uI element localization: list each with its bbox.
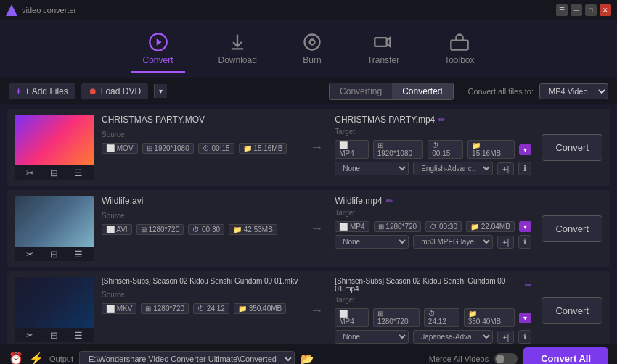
audio-select-1[interactable]: None: [335, 162, 409, 175]
convert-btn-col-3: Convert: [539, 277, 602, 344]
settings-icon-3[interactable]: ☰: [74, 330, 83, 341]
merge-icon[interactable]: ⊞: [50, 167, 58, 178]
audio-select-3[interactable]: None: [335, 330, 409, 344]
arrow-1: →: [306, 115, 327, 180]
format-badge-3: ⬜ MKV: [102, 303, 136, 314]
convert-button-3[interactable]: Convert: [542, 297, 602, 324]
settings-icon-2[interactable]: ☰: [74, 249, 83, 260]
info-btn-1[interactable]: ℹ: [518, 162, 531, 175]
source-label-2: Source: [102, 212, 298, 220]
trim-icon-2[interactable]: ✂: [26, 249, 34, 260]
convert-btn-col-1: Convert: [539, 115, 602, 180]
add-subtitle-2[interactable]: +|: [497, 236, 514, 249]
nav-item-transfer[interactable]: Transfer: [356, 26, 411, 73]
add-files-label: + Add Files: [25, 86, 68, 96]
merge-icon-2[interactable]: ⊞: [50, 249, 58, 260]
flash-icon-button[interactable]: ⚡: [29, 352, 44, 364]
edit-icon-1[interactable]: ✏: [438, 115, 445, 125]
transfer-icon: [373, 32, 393, 52]
file-info-2: Wildlife.avi Source ⬜ AVI ⊞ 1280*720 ⏱ 0…: [102, 196, 298, 261]
file-thumbnail-2: ✂ ⊞ ☰: [15, 196, 94, 261]
file-source-meta-1: ⬜ MOV ⊞ 1920*1080 ⏱ 00:15 📁 15.16MB: [102, 143, 298, 154]
nav-item-burn[interactable]: Burn: [290, 26, 334, 73]
dvd-icon: ⏺: [89, 86, 97, 96]
thumb-image-2: [15, 196, 94, 247]
file-thumbnail-3: ✂ ⊞ ☰: [15, 277, 94, 342]
load-dvd-button[interactable]: ⏺ Load DVD: [81, 83, 148, 99]
file-list: ✂ ⊞ ☰ CHRISTMAS PARTY.MOV Source ⬜ MOV ⊞…: [0, 104, 617, 344]
target-dur-1: ⏱ 00:15: [428, 140, 463, 159]
dur-badge-3: ⏱ 24:12: [193, 303, 229, 314]
arrow-2: →: [306, 196, 327, 261]
format-select[interactable]: MP4 Video AVI Video MKV Video MOV Video: [539, 83, 608, 99]
open-folder-button[interactable]: 📂: [301, 352, 314, 365]
edit-icon-2[interactable]: ✏: [386, 197, 393, 206]
file-target-3: [Shinsen-Subs] Season 02 Kidou Senshi Gu…: [335, 277, 531, 344]
maximize-button[interactable]: □: [585, 4, 597, 16]
convert-all-button[interactable]: Convert All: [523, 347, 608, 364]
merge-toggle[interactable]: [494, 353, 518, 365]
target-dur-2: ⏱ 00:30: [425, 221, 462, 232]
nav-item-download[interactable]: Download: [207, 26, 269, 73]
nav-item-toolbox[interactable]: Toolbox: [433, 26, 486, 73]
trim-icon[interactable]: ✂: [26, 167, 34, 178]
app-title-text: video converter: [22, 6, 76, 15]
info-btn-2[interactable]: ℹ: [518, 235, 531, 249]
svg-rect-5: [451, 40, 467, 49]
load-dvd-label: Load DVD: [101, 86, 141, 96]
title-bar-controls: ☰ ─ □ ✕: [556, 4, 611, 16]
output-path-select[interactable]: E:\Wondershare Video Converter Ultimate\…: [79, 351, 295, 365]
target-expand-2[interactable]: ▾: [519, 221, 531, 232]
dropdown-row-1: None English-Advanc... +| ℹ: [335, 162, 531, 175]
add-subtitle-1[interactable]: +|: [497, 162, 514, 175]
file-target-1: CHRISTMAS PARTY.mp4 ✏ Target ⬜ MP4 ⊞ 192…: [335, 115, 531, 180]
target-label-3: Target: [335, 296, 531, 304]
subtitle-select-3[interactable]: Japanese-Adva...: [413, 330, 493, 344]
convert-button-2[interactable]: Convert: [542, 215, 602, 242]
trim-icon-3[interactable]: ✂: [26, 330, 34, 341]
subtitle-select-1[interactable]: English-Advanc...: [413, 162, 493, 175]
plus-icon: +: [16, 86, 21, 96]
settings-icon[interactable]: ☰: [74, 167, 83, 178]
output-label: Output: [49, 355, 73, 363]
source-label-3: Source: [102, 291, 298, 299]
toolbar: + + Add Files ⏺ Load DVD ▾ Converting Co…: [0, 78, 617, 104]
audio-select-2[interactable]: None: [335, 235, 409, 249]
bottom-bar: ⏰ ⚡ Output E:\Wondershare Video Converte…: [0, 344, 617, 364]
menu-button[interactable]: ☰: [556, 4, 568, 16]
add-subtitle-3[interactable]: +|: [497, 331, 514, 344]
arrow-3: →: [306, 277, 327, 344]
size-badge-3: 📁 350.40MB: [234, 303, 286, 314]
target-size-1: 📁 15.16MB: [467, 140, 515, 159]
clock-icon-button[interactable]: ⏰: [9, 352, 23, 364]
svg-rect-4: [375, 38, 386, 46]
toggle-knob: [496, 355, 504, 363]
nav-label-download: Download: [218, 55, 257, 65]
tab-converted[interactable]: Converted: [392, 83, 452, 99]
download-icon: [227, 32, 248, 52]
nav-item-convert[interactable]: Convert: [131, 26, 184, 73]
thumb-image-3: [15, 277, 94, 328]
edit-icon-3[interactable]: ✏: [525, 281, 531, 290]
info-btn-3[interactable]: ℹ: [518, 330, 531, 344]
thumb-controls-3: ✂ ⊞ ☰: [15, 328, 94, 342]
file-source-meta-3: ⬜ MKV ⊞ 1280*720 ⏱ 24:12 📁 350.40MB: [102, 303, 298, 314]
nav-label-convert: Convert: [142, 55, 173, 65]
minimize-button[interactable]: ─: [571, 4, 582, 16]
add-files-button[interactable]: + + Add Files: [9, 83, 75, 99]
merge-icon-3[interactable]: ⊞: [50, 330, 58, 341]
res-badge-3: ⊞ 1280*720: [141, 303, 189, 314]
target-size-2: 📁 22.04MB: [466, 221, 515, 232]
convert-btn-col-2: Convert: [539, 196, 602, 261]
target-expand-1[interactable]: ▾: [519, 144, 531, 155]
close-button[interactable]: ✕: [600, 4, 611, 16]
convert-button-1[interactable]: Convert: [542, 134, 602, 161]
tab-converting[interactable]: Converting: [330, 83, 392, 99]
target-expand-3[interactable]: ▾: [519, 313, 531, 323]
nav-label-transfer: Transfer: [367, 55, 399, 65]
load-dvd-dropdown[interactable]: ▾: [154, 84, 167, 98]
title-bar-left: video converter: [6, 4, 76, 16]
merge-label: Merge All Videos: [429, 355, 489, 363]
subtitle-select-2[interactable]: mp3 MPEG laye...: [413, 235, 493, 249]
target-meta-3: ⬜ MP4 ⊞ 1280*720 ⏱ 24:12 📁 350.40MB ▾: [335, 308, 531, 327]
